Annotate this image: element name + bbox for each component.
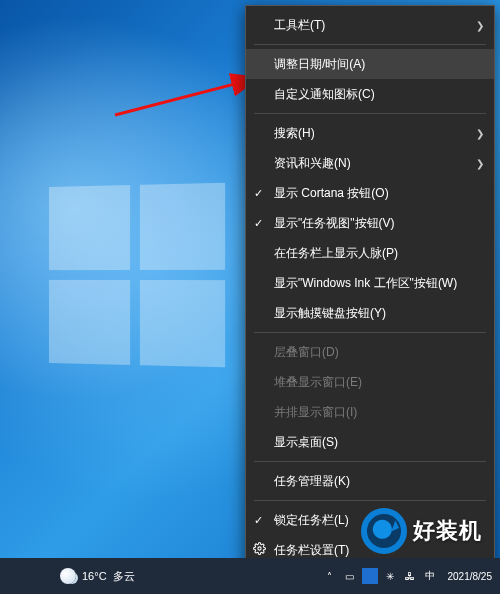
menu-label: 锁定任务栏(L) [274,512,349,529]
network-icon[interactable]: 🖧 [402,568,418,584]
security-icon[interactable]: ✳ [382,568,398,584]
weather-widget[interactable]: 16°C 多云 [60,568,135,584]
menu-label: 层叠窗口(D) [274,344,339,361]
menu-label: 资讯和兴趣(N) [274,155,351,172]
menu-label: 自定义通知图标(C) [274,86,375,103]
chevron-right-icon: ❯ [476,20,484,31]
check-icon: ✓ [254,217,263,230]
taskbar[interactable]: 16°C 多云 ˄ ▭ ✳ 🖧 中 2021/8/25 [0,558,500,594]
menu-label: 在任务栏上显示人脉(P) [274,245,398,262]
menu-lock-taskbar[interactable]: ✓ 锁定任务栏(L) [246,505,494,535]
menu-show-cortana[interactable]: ✓ 显示 Cortana 按钮(O) [246,178,494,208]
separator [254,113,486,114]
menu-label: 显示触摸键盘按钮(Y) [274,305,386,322]
menu-label: 任务栏设置(T) [274,542,349,559]
svg-point-1 [258,547,261,550]
menu-side-by-side-windows: 并排显示窗口(I) [246,397,494,427]
weather-desc: 多云 [113,569,135,584]
menu-task-manager[interactable]: 任务管理器(K) [246,466,494,496]
taskbar-context-menu: 工具栏(T) ❯ 调整日期/时间(A) 自定义通知图标(C) 搜索(H) ❯ 资… [245,5,495,594]
chevron-right-icon: ❯ [476,128,484,139]
menu-adjust-datetime[interactable]: 调整日期/时间(A) [246,49,494,79]
menu-label: 调整日期/时间(A) [274,56,365,73]
menu-toolbars[interactable]: 工具栏(T) ❯ [246,10,494,40]
chevron-right-icon: ❯ [476,158,484,169]
weather-temp: 16°C [82,570,107,582]
separator [254,500,486,501]
menu-label: 并排显示窗口(I) [274,404,357,421]
separator [254,461,486,462]
menu-label: 显示 Cortana 按钮(O) [274,185,389,202]
clock[interactable]: 2021/8/25 [448,571,493,582]
menu-label: 显示"Windows Ink 工作区"按钮(W) [274,275,457,292]
menu-news-interests[interactable]: 资讯和兴趣(N) ❯ [246,148,494,178]
menu-show-desktop[interactable]: 显示桌面(S) [246,427,494,457]
menu-label: 显示"任务视图"按钮(V) [274,215,395,232]
menu-search[interactable]: 搜索(H) ❯ [246,118,494,148]
tray-app-icon[interactable]: ▭ [342,568,358,584]
tray-chevron-icon[interactable]: ˄ [322,568,338,584]
menu-label: 搜索(H) [274,125,315,142]
windows-logo [49,183,225,367]
menu-label: 显示桌面(S) [274,434,338,451]
menu-label: 工具栏(T) [274,17,325,34]
separator [254,332,486,333]
menu-show-touch-keyboard[interactable]: 显示触摸键盘按钮(Y) [246,298,494,328]
menu-show-taskview[interactable]: ✓ 显示"任务视图"按钮(V) [246,208,494,238]
menu-show-people[interactable]: 在任务栏上显示人脉(P) [246,238,494,268]
menu-customize-notification-icons[interactable]: 自定义通知图标(C) [246,79,494,109]
gear-icon [253,542,266,558]
menu-label: 任务管理器(K) [274,473,350,490]
date-text: 2021/8/25 [448,571,493,582]
check-icon: ✓ [254,514,263,527]
menu-cascade-windows: 层叠窗口(D) [246,337,494,367]
tray-app-icon[interactable] [362,568,378,584]
ime-indicator[interactable]: 中 [422,568,438,584]
menu-label: 堆叠显示窗口(E) [274,374,362,391]
separator [254,44,486,45]
check-icon: ✓ [254,187,263,200]
menu-show-ink[interactable]: 显示"Windows Ink 工作区"按钮(W) [246,268,494,298]
menu-stacked-windows: 堆叠显示窗口(E) [246,367,494,397]
system-tray: ˄ ▭ ✳ 🖧 中 2021/8/25 [322,568,501,584]
cloud-icon [60,568,76,584]
